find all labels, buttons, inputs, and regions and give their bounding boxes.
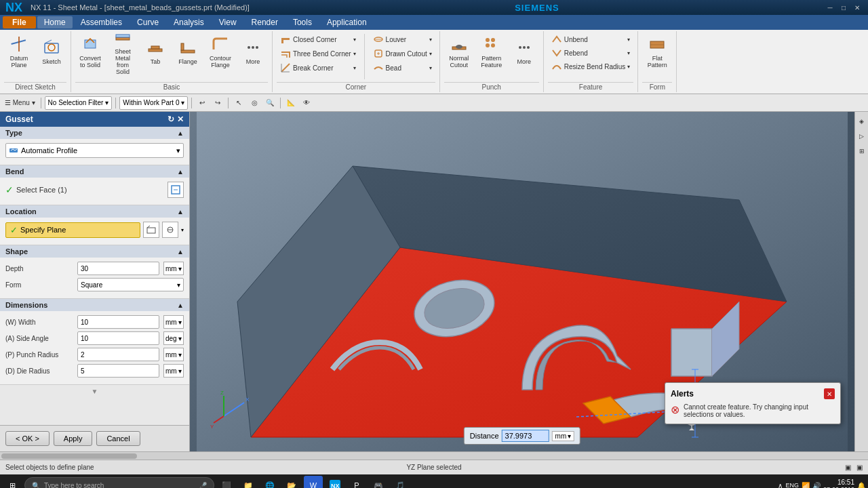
plane-select-icon-1[interactable]	[143, 222, 159, 238]
side-angle-input[interactable]	[77, 331, 159, 345]
analysis-menu[interactable]: Analysis	[167, 16, 211, 28]
render-menu[interactable]: Render	[245, 16, 285, 28]
form-dropdown[interactable]: Square ▾	[77, 278, 184, 291]
alert-error-icon: ⊗	[671, 403, 679, 416]
music-btn[interactable]: 🎵	[391, 476, 410, 488]
edge-btn[interactable]: 🌐	[260, 476, 279, 488]
normal-cutout-btn[interactable]: NormalCutout	[444, 33, 474, 70]
notifications-btn[interactable]: 🔔	[857, 482, 865, 489]
taskbar-search[interactable]: 🔍 Type here to search 🎤	[24, 477, 214, 488]
resize-bend-radius-btn[interactable]: Resize Bend Radius ▾	[548, 60, 634, 73]
redo-btn[interactable]: ↪	[211, 96, 224, 110]
assemblies-menu[interactable]: Assemblies	[74, 16, 129, 28]
select-btn[interactable]: ↖	[232, 96, 245, 110]
sketch-btn[interactable]: Sketch	[37, 33, 66, 70]
louver-btn[interactable]: Louver ▾	[370, 33, 435, 46]
window-controls[interactable]: ─ □ ✕	[825, 3, 863, 12]
folder-btn[interactable]: 📂	[282, 476, 301, 488]
file-explorer-btn[interactable]: 📁	[239, 476, 258, 488]
contour-flange-btn[interactable]: ContourFlange	[205, 33, 235, 70]
width-input[interactable]	[77, 315, 159, 329]
dimensions-section-header[interactable]: Dimensions ▲	[0, 299, 189, 311]
closed-corner-btn[interactable]: Closed Corner ▾	[277, 33, 359, 46]
type-section-header[interactable]: Type ▲	[0, 127, 189, 139]
distance-input[interactable]	[502, 430, 549, 442]
break-corner-btn[interactable]: Break Corner ▾	[277, 61, 359, 75]
3d-viewport[interactable]: X Z Y Alerts ✕ ⊗ Cannot create feature. …	[190, 112, 854, 451]
cancel-button[interactable]: Cancel	[96, 431, 140, 446]
zoom-btn[interactable]: 🔍	[263, 96, 277, 110]
panel-close-icon[interactable]: ✕	[177, 115, 184, 124]
tools-menu[interactable]: Tools	[286, 16, 319, 28]
clock[interactable]: 16:51 27-02-2019	[823, 479, 854, 489]
game-btn[interactable]: 🎮	[369, 476, 388, 488]
dimensions-section: Dimensions ▲ (W) Width mm ▾ (A) Side Ang…	[0, 299, 189, 385]
tab-btn[interactable]: Tab	[140, 33, 170, 70]
pattern-feature-btn[interactable]: PatternFeature	[477, 33, 507, 70]
type-dropdown[interactable]: Automatic Profile ▾	[5, 143, 184, 158]
word-btn[interactable]: W	[304, 476, 323, 488]
basic-more-btn[interactable]: More	[238, 33, 268, 70]
home-menu[interactable]: Home	[37, 16, 73, 28]
check-icon: ✓	[5, 184, 14, 195]
task-view-btn[interactable]: ⬛	[217, 476, 236, 488]
powerpoint-btn[interactable]: P	[347, 476, 366, 488]
side-angle-unit[interactable]: deg ▾	[163, 331, 184, 345]
sheet-metal-btn[interactable]: Sheet Metalfrom Solid	[108, 33, 138, 70]
scrollbar-thumb[interactable]	[1, 453, 137, 459]
depth-input[interactable]	[77, 262, 159, 275]
alert-close-btn[interactable]: ✕	[824, 388, 835, 399]
curve-menu[interactable]: Curve	[130, 16, 165, 28]
right-tool-3[interactable]: ⊞	[855, 144, 869, 158]
bend-left-col: Closed Corner ▾ Three Bend Corner ▾ Brea…	[277, 33, 359, 75]
select-face-icon[interactable]	[167, 182, 184, 198]
bead-btn[interactable]: Bead ▾	[370, 61, 435, 75]
viewport[interactable]: X Z Y Alerts ✕ ⊗ Cannot create feature. …	[190, 112, 854, 451]
snap-btn[interactable]: ◎	[248, 96, 261, 110]
punch-radius-input[interactable]	[77, 348, 159, 361]
punch-radius-unit[interactable]: mm ▾	[163, 348, 184, 361]
location-section-header[interactable]: Location ▲	[0, 205, 189, 218]
scrollbar-bottom[interactable]	[0, 451, 868, 460]
die-radius-unit[interactable]: mm ▾	[163, 364, 184, 378]
rebend-btn[interactable]: Rebend ▾	[548, 46, 634, 60]
nx-btn[interactable]: NX	[326, 476, 344, 488]
drawn-cutout-btn[interactable]: Drawn Cutout ▾	[370, 47, 435, 60]
shape-section-header[interactable]: Shape ▲	[0, 245, 189, 258]
status-icon-2: ▣	[856, 464, 863, 471]
file-menu[interactable]: File	[3, 16, 36, 28]
unbend-btn[interactable]: Unbend ▾	[548, 33, 634, 46]
bend-section-header[interactable]: Bend ▲	[0, 165, 189, 178]
scroll-down[interactable]: ▼	[0, 385, 189, 398]
view-menu[interactable]: View	[212, 16, 243, 28]
three-bend-corner-btn[interactable]: Three Bend Corner ▾	[277, 47, 359, 60]
minimize-btn[interactable]: ─	[825, 3, 835, 12]
plane-select-icon-2[interactable]	[162, 222, 178, 238]
width-unit[interactable]: mm ▾	[163, 315, 184, 329]
punch-more-btn[interactable]: More	[509, 33, 539, 70]
ok-button[interactable]: < OK >	[5, 431, 50, 446]
die-radius-input[interactable]	[77, 364, 159, 378]
depth-unit[interactable]: mm ▾	[163, 262, 184, 275]
distance-unit-dropdown[interactable]: mm ▾	[552, 431, 575, 441]
location-expand-btn[interactable]: ▾	[181, 227, 184, 233]
right-tool-1[interactable]: ◈	[855, 115, 869, 128]
close-btn[interactable]: ✕	[852, 3, 863, 12]
undo-btn[interactable]: ↩	[195, 96, 209, 110]
maximize-btn[interactable]: □	[838, 3, 849, 12]
apply-button[interactable]: Apply	[54, 431, 93, 446]
specify-plane-btn[interactable]: ✓ Specify Plane	[5, 222, 140, 238]
start-btn[interactable]: ⊞	[3, 476, 22, 488]
measure-btn[interactable]: 📐	[284, 96, 298, 110]
display-btn[interactable]: 👁	[300, 96, 313, 110]
flange-btn[interactable]: Flange	[173, 33, 203, 70]
convert-btn[interactable]: Convertto Solid	[75, 33, 105, 70]
panel-refresh-icon[interactable]: ↻	[167, 115, 174, 124]
application-menu[interactable]: Application	[320, 16, 374, 28]
work-part-dropdown[interactable]: Within Work Part 0 ▾	[119, 96, 188, 110]
flat-pattern-btn[interactable]: FlatPattern	[642, 33, 672, 70]
right-tool-2[interactable]: ▷	[855, 129, 869, 143]
selection-filter-dropdown[interactable]: No Selection Filter ▾	[45, 96, 113, 110]
datum-plane-btn[interactable]: DatumPlane	[4, 33, 34, 70]
toolbar-menu-btn[interactable]: ☰ Menu ▾	[3, 96, 37, 110]
